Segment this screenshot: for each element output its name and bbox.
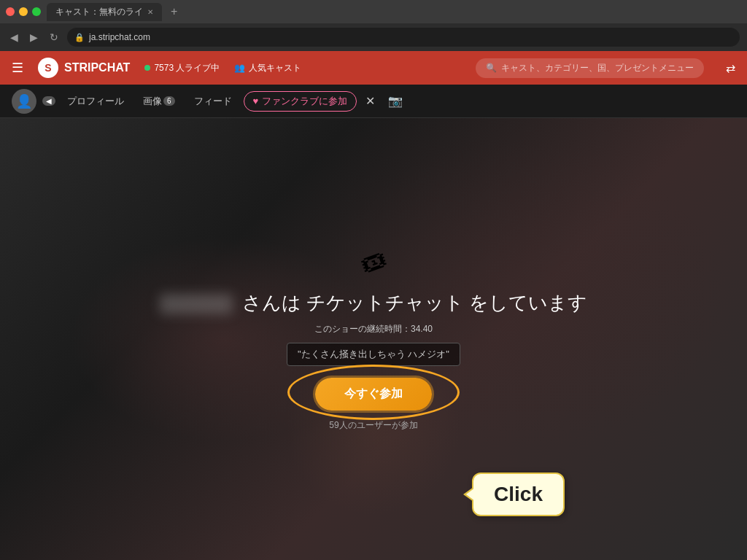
refresh-button[interactable]: ↻	[47, 28, 61, 46]
join-button-wrapper: 今すぐ参加	[315, 373, 432, 411]
back-button[interactable]: ◀	[7, 28, 21, 46]
live-count: 7573 人ライブ中	[144, 62, 220, 74]
close-button[interactable]	[6, 7, 15, 16]
show-duration: このショーの継続時間：34.40	[314, 323, 433, 335]
images-count: 6	[163, 96, 175, 106]
join-now-button[interactable]: 今すぐ参加	[315, 378, 432, 411]
site-header: ☰ S STRIPCHAT 7573 人ライブ中 👥 人気キャスト 🔍 キャスト…	[0, 51, 747, 85]
hamburger-menu[interactable]: ☰	[12, 60, 23, 76]
show-title-prefix: さんは	[242, 292, 301, 314]
live-count-text: 7573 人ライブ中	[154, 62, 220, 74]
title-bar: キャスト：無料のライ ✕ +	[0, 0, 747, 23]
browser-chrome: キャスト：無料のライ ✕ + ◀ ▶ ↻ 🔒 ja.stripchat.com	[0, 0, 747, 51]
click-tooltip: Click	[472, 472, 565, 516]
header-search[interactable]: 🔍 キャスト、カテゴリー、国、プレゼントメニュー	[476, 58, 704, 78]
live-dot	[144, 65, 150, 71]
profile-nav: 👤 ◀ プロフィール 画像 6 フィード ♥ ファンクラブに参加 ✕ 📷	[0, 85, 747, 118]
ticket-show-overlay: 🎟 さんは チケットチャット をしています このショーの継続時間：34.40 "…	[160, 246, 588, 432]
fan-club-button[interactable]: ♥ ファンクラブに参加	[244, 91, 357, 112]
popular-casts-link[interactable]: 👥 人気キャスト	[234, 62, 301, 74]
window-controls	[6, 7, 41, 16]
ticket-icon: 🎟	[356, 243, 391, 281]
images-label: 画像	[143, 95, 162, 108]
search-icon: 🔍	[486, 63, 497, 73]
show-description: "たくさん掻き出しちゃう ハメジオ"	[287, 343, 460, 366]
show-type-text: チケットチャット	[306, 292, 464, 314]
nav-bar: ◀ ▶ ↻ 🔒 ja.stripchat.com	[0, 23, 747, 51]
maximize-button[interactable]	[32, 7, 41, 16]
instagram-icon[interactable]: 📷	[384, 94, 407, 108]
url-text: ja.stripchat.com	[89, 32, 150, 42]
tab-title: キャスト：無料のライ	[55, 6, 143, 18]
site-logo: S STRIPCHAT	[38, 58, 130, 78]
fan-club-label: ファンクラブに参加	[262, 95, 347, 108]
images-link[interactable]: 画像 6	[136, 85, 182, 118]
profile-avatar: 👤	[12, 89, 36, 114]
broadcaster-name-blurred	[160, 294, 233, 314]
browser-tab[interactable]: キャスト：無料のライ ✕	[47, 3, 162, 21]
user-count: 59人のユーザーが参加	[329, 419, 417, 432]
x-social-icon[interactable]: ✕	[361, 94, 379, 108]
settings-icon[interactable]: ⇄	[726, 61, 735, 75]
search-placeholder-text: キャスト、カテゴリー、国、プレゼントメニュー	[501, 62, 694, 74]
forward-button[interactable]: ▶	[27, 28, 41, 46]
feed-link[interactable]: フィード	[187, 85, 239, 118]
main-content: 🎟 さんは チケットチャット をしています このショーの継続時間：34.40 "…	[0, 118, 747, 560]
tab-close-icon[interactable]: ✕	[147, 8, 153, 16]
heart-icon: ♥	[253, 96, 259, 106]
address-bar[interactable]: 🔒 ja.stripchat.com	[67, 28, 740, 47]
popular-icon: 👥	[234, 63, 245, 73]
profile-link[interactable]: プロフィール	[60, 85, 131, 118]
new-tab-button[interactable]: +	[168, 5, 180, 18]
show-title-suffix: をしています	[469, 292, 587, 314]
popular-casts-label: 人気キャスト	[249, 62, 301, 74]
lock-icon: 🔒	[74, 33, 85, 42]
profile-badge: ◀	[42, 96, 55, 106]
click-label: Click	[494, 483, 543, 505]
show-title: さんは チケットチャット をしています	[160, 290, 588, 316]
logo-icon: S	[38, 58, 58, 78]
logo-text: STRIPCHAT	[64, 61, 130, 74]
minimize-button[interactable]	[19, 7, 28, 16]
